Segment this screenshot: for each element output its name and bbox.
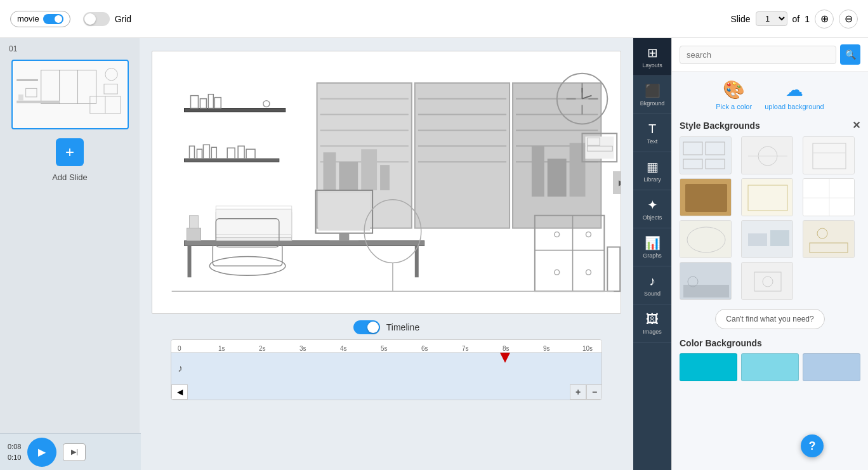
play-button[interactable]: ▶ — [27, 438, 56, 467]
style-bg-title: Style Backgrounds — [680, 121, 760, 131]
bg-panel: 🔍 🎨 Pick a color ☁ upload background Sty… — [671, 38, 868, 470]
svg-rect-63 — [185, 241, 424, 246]
bg-panel-content: 🎨 Pick a color ☁ upload background Style… — [672, 72, 868, 470]
add-slide-button[interactable]: + — [56, 138, 84, 166]
canvas-area: ▶ — [140, 38, 633, 470]
library-label: Library — [643, 176, 661, 183]
bg-thumb-1[interactable] — [680, 136, 732, 174]
svg-rect-104 — [685, 184, 727, 212]
timeline-label: Timeline — [386, 322, 419, 332]
timeline-zoom-in-button[interactable]: + — [570, 384, 586, 400]
images-icon: 🖼 — [646, 312, 659, 327]
bg-thumb-7[interactable] — [680, 220, 732, 258]
bg-thumb-9[interactable] — [803, 220, 855, 258]
tool-images[interactable]: 🖼 Images — [633, 304, 671, 343]
zoom-in-button[interactable]: ⊕ — [815, 10, 834, 29]
svg-rect-64 — [188, 246, 192, 278]
tool-background[interactable]: ⬛ Bkground — [633, 76, 671, 114]
svg-rect-73 — [319, 193, 371, 231]
images-label: Images — [643, 329, 662, 335]
grid-control: Grid — [83, 12, 131, 26]
objects-label: Objects — [643, 214, 662, 221]
add-slide-label: Add Slide — [52, 173, 88, 182]
tool-layouts[interactable]: ⊞ Layouts — [633, 38, 671, 76]
right-tool-panel: ⊞ Layouts ⬛ Bkground T Text ▦ Library ✦ … — [633, 38, 671, 470]
time-display: 0:08 0:10 — [8, 441, 21, 462]
top-bar: movie Grid Slide 1 of 1 ⊕ ⊖ — [0, 0, 868, 38]
movie-label: movie — [17, 14, 39, 23]
bg-thumb-8[interactable] — [741, 220, 793, 258]
upload-icon: ☁ — [786, 79, 803, 100]
tool-objects[interactable]: ✦ Objects — [633, 190, 671, 228]
svg-rect-82 — [190, 216, 199, 228]
pick-color-tool[interactable]: 🎨 Pick a color — [716, 79, 752, 110]
slide-thumbnail[interactable] — [11, 60, 129, 129]
color-tools: 🎨 Pick a color ☁ upload background — [680, 79, 860, 110]
search-button[interactable]: 🔍 — [840, 44, 860, 65]
current-time: 0:08 — [8, 441, 21, 452]
style-bg-close-button[interactable]: ✕ — [852, 119, 860, 131]
cant-find-button[interactable]: Can't find what you need? — [715, 309, 824, 329]
svg-rect-14 — [415, 83, 510, 228]
bg-thumb-5[interactable] — [741, 178, 793, 216]
color-swatch-teal[interactable] — [680, 353, 737, 381]
objects-icon: ✦ — [647, 197, 658, 212]
sound-label: Sound — [644, 290, 661, 297]
grid-label: Grid — [115, 14, 131, 24]
slide-select[interactable]: 1 — [756, 11, 787, 26]
upload-bg-label: upload background — [765, 103, 824, 110]
search-input[interactable] — [680, 46, 836, 64]
bg-thumb-6[interactable] — [803, 178, 855, 216]
movie-toggle[interactable]: movie — [10, 11, 70, 27]
svg-rect-81 — [187, 228, 201, 241]
svg-rect-4 — [16, 79, 38, 81]
slides-panel: 01 — [0, 38, 140, 470]
bg-thumbnail-grid — [680, 136, 860, 300]
timeline-controls-row: ◀ + − — [171, 384, 602, 400]
slide-canvas[interactable]: ▶ — [152, 51, 621, 314]
bg-thumb-4[interactable] — [680, 178, 732, 216]
timeline-ruler: 0 1s 2s 3s 4s 5s 6s 7s 8s 9s 10s ♪ — [171, 339, 602, 400]
total-time: 0:10 — [8, 452, 21, 463]
library-icon: ▦ — [647, 159, 659, 174]
bg-thumb-3[interactable] — [803, 136, 855, 174]
color-swatch-periwinkle[interactable] — [803, 353, 860, 381]
svg-rect-33 — [361, 149, 377, 190]
svg-rect-36 — [548, 159, 567, 197]
timeline-zoom-out-button[interactable]: − — [586, 384, 602, 400]
slide-of-text: of — [792, 14, 800, 24]
grid-toggle-switch[interactable] — [83, 12, 110, 26]
layouts-icon: ⊞ — [647, 45, 658, 60]
tool-text[interactable]: T Text — [633, 114, 671, 152]
upload-bg-tool[interactable]: ☁ upload background — [765, 79, 824, 110]
style-bg-header: Style Backgrounds ✕ — [680, 119, 860, 131]
text-icon: T — [648, 122, 656, 136]
bg-thumb-10[interactable] — [680, 262, 732, 300]
movie-toggle-switch[interactable] — [43, 14, 63, 24]
timeline-section: Timeline 0 1s 2s 3s 4s 5s 6s 7s 8s 9s 10… — [152, 320, 621, 400]
svg-rect-7 — [18, 95, 23, 101]
svg-rect-113 — [748, 233, 767, 246]
canvas-edge-toggle[interactable]: ▶ — [613, 171, 621, 194]
slide-control: Slide 1 of 1 ⊕ ⊖ — [730, 10, 858, 29]
svg-rect-34 — [380, 165, 390, 190]
timeline-track-bar[interactable] — [188, 384, 570, 400]
graphs-icon: 📊 — [645, 235, 661, 251]
preview-button[interactable]: ▶| — [63, 443, 86, 461]
bg-thumb-2[interactable] — [741, 136, 793, 174]
timeline-track[interactable]: ♪ — [171, 353, 602, 384]
tool-graphs[interactable]: 📊 Graphs — [633, 228, 671, 266]
timeline-toggle[interactable] — [353, 320, 380, 334]
background-label: Bkground — [640, 100, 665, 107]
svg-rect-75 — [329, 241, 358, 244]
tool-sound[interactable]: ♪ Sound — [633, 266, 671, 304]
timeline-scroll-left-button[interactable]: ◀ — [171, 384, 188, 400]
tool-library[interactable]: ▦ Library — [633, 152, 671, 190]
svg-rect-0 — [13, 61, 126, 128]
search-bar: 🔍 — [672, 38, 868, 72]
help-button[interactable]: ? — [801, 434, 824, 457]
color-swatch-light-blue[interactable] — [741, 353, 799, 381]
color-picker-icon: 🎨 — [723, 79, 745, 100]
zoom-out-button[interactable]: ⊖ — [839, 10, 858, 29]
bg-thumb-11[interactable] — [741, 262, 793, 300]
